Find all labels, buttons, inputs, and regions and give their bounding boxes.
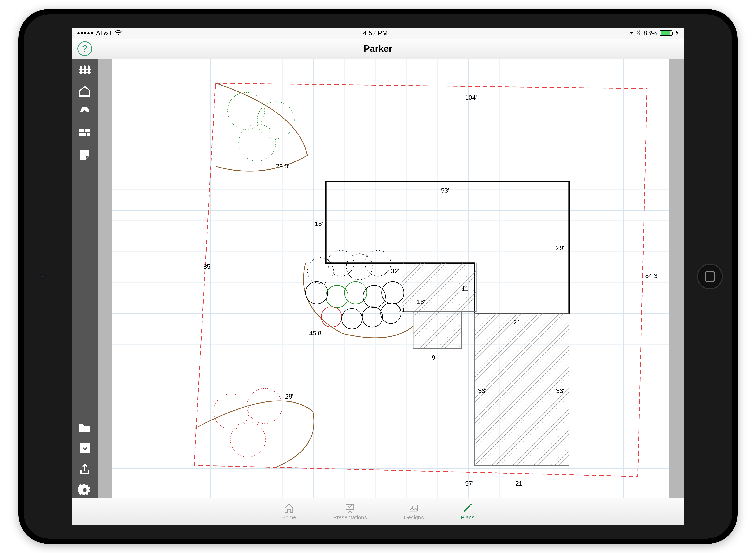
svg-point-10 <box>239 124 276 161</box>
svg-rect-0 <box>79 129 84 132</box>
help-button[interactable]: ? <box>77 41 92 56</box>
svg-point-16 <box>346 254 372 280</box>
svg-text:32': 32' <box>391 268 399 274</box>
svg-point-12 <box>247 388 282 423</box>
svg-text:18': 18' <box>417 298 425 305</box>
svg-rect-1 <box>85 129 90 132</box>
svg-text:29': 29' <box>556 244 564 251</box>
svg-text:29.3': 29.3' <box>276 163 289 170</box>
plant-tool-icon[interactable] <box>77 105 92 120</box>
svg-point-26 <box>381 303 401 323</box>
tab-plans[interactable]: Plans <box>461 503 474 521</box>
battery-pct: 83% <box>644 29 657 37</box>
tool-sidebar <box>72 59 98 498</box>
signal-icon <box>77 32 93 34</box>
tab-presentations[interactable]: Presentations <box>333 503 367 521</box>
easel-icon <box>344 503 356 513</box>
home-icon <box>283 503 295 513</box>
svg-text:11': 11' <box>461 285 470 292</box>
pencil-icon <box>461 503 474 513</box>
location-icon <box>629 29 634 37</box>
wifi-icon <box>115 30 122 37</box>
svg-rect-3 <box>87 133 90 136</box>
svg-text:9': 9' <box>432 354 437 361</box>
svg-point-25 <box>362 307 383 327</box>
svg-text:21': 21' <box>513 319 522 326</box>
svg-text:53': 53' <box>441 187 449 194</box>
svg-rect-6 <box>413 311 461 348</box>
plan-drawing: 104' 85' 84.3' 97' 21' 29.3' 28' 45.8' 5… <box>112 59 669 498</box>
page-title: Parker <box>364 43 392 54</box>
tab-label: Plans <box>461 514 474 521</box>
svg-point-9 <box>257 102 294 139</box>
tab-home[interactable]: Home <box>282 503 296 521</box>
svg-text:84.3': 84.3' <box>645 272 659 279</box>
charging-icon <box>675 30 679 37</box>
svg-rect-2 <box>79 133 86 136</box>
bottom-tab-bar: Home Presentations Designs Plans <box>72 498 684 525</box>
device-home-button[interactable] <box>697 263 723 290</box>
svg-point-14 <box>307 257 333 284</box>
svg-text:85': 85' <box>203 263 212 270</box>
svg-text:28': 28' <box>285 393 293 400</box>
tab-designs[interactable]: Designs <box>404 503 424 521</box>
svg-text:45.8': 45.8' <box>309 330 323 337</box>
header: ? Parker <box>72 39 684 59</box>
svg-text:18': 18' <box>315 220 323 227</box>
svg-point-23 <box>321 307 342 327</box>
svg-rect-7 <box>474 313 569 465</box>
svg-text:97': 97' <box>465 480 473 487</box>
save-download-icon[interactable] <box>77 441 92 456</box>
open-folder-icon[interactable] <box>77 420 92 434</box>
clock: 4:52 PM <box>363 29 388 37</box>
fence-tool-icon[interactable] <box>77 63 92 77</box>
svg-text:33': 33' <box>556 387 564 394</box>
svg-point-13 <box>230 422 266 457</box>
plan-canvas[interactable]: 104' 85' 84.3' 97' 21' 29.3' 28' 45.8' 5… <box>112 59 669 498</box>
hardscape-tool-icon[interactable] <box>77 126 92 141</box>
tablet-bezel: AT&T 4:52 PM 83% <box>18 9 738 544</box>
svg-text:104': 104' <box>465 94 477 101</box>
image-icon <box>408 503 420 513</box>
battery-icon <box>660 30 672 36</box>
structure-tool-icon[interactable] <box>77 84 92 98</box>
settings-gear-icon[interactable] <box>77 483 92 498</box>
note-tool-icon[interactable] <box>77 147 92 161</box>
tab-label: Home <box>282 514 296 521</box>
svg-point-18 <box>306 282 328 304</box>
carrier-label: AT&T <box>96 29 112 37</box>
device-camera <box>41 274 46 279</box>
svg-text:21': 21' <box>515 480 524 487</box>
svg-text:21': 21' <box>398 307 406 314</box>
screen: AT&T 4:52 PM 83% <box>72 28 684 525</box>
canvas-area: 104' 85' 84.3' 97' 21' 29.3' 28' 45.8' 5… <box>98 59 684 498</box>
tab-label: Designs <box>404 514 424 521</box>
status-bar: AT&T 4:52 PM 83% <box>72 28 684 39</box>
bluetooth-icon <box>637 29 640 37</box>
svg-point-24 <box>342 309 362 329</box>
share-icon[interactable] <box>77 462 92 477</box>
tab-label: Presentations <box>333 514 367 521</box>
svg-text:33': 33' <box>478 387 486 394</box>
